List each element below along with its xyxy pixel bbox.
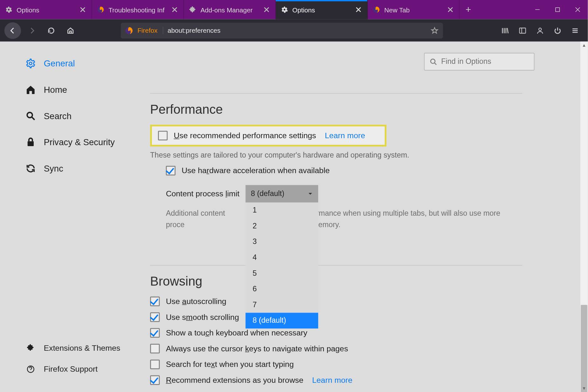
scroll-down-arrow[interactable]: ▼ [580,384,588,392]
sidebar-item-search[interactable]: Search [25,103,150,129]
bookmark-star-icon[interactable] [431,26,439,34]
puzzle-icon [189,6,196,13]
scroll-up-arrow[interactable]: ▲ [580,42,588,49]
svg-rect-2 [556,8,559,11]
scrollbar-thumb[interactable] [581,305,587,392]
main-panel: Find in Options Performance UUse recomme… [150,42,588,392]
browsing-section: Browsing Use autoscrollingUse autoscroll… [150,274,522,385]
home-button[interactable] [62,22,79,39]
dropdown-option[interactable]: 1 [246,203,318,219]
titlebar: Options Troubleshooting Inf Add-ons Mana… [0,0,588,19]
tab-options-1[interactable]: Options [0,0,92,19]
recommended-settings-label: UUse recommended performance settingsse … [174,131,316,140]
menu-button[interactable] [567,22,583,39]
sidebar-label: Search [44,111,72,121]
sidebar-button[interactable] [514,22,531,39]
dropdown-option[interactable]: 7 [246,297,318,313]
learn-more-link[interactable]: Learn more [312,375,352,385]
preferences-page: General Home Search Privacy & Security S… [0,42,588,392]
dropdown-option[interactable]: 5 [246,266,318,281]
sidebar-label: Privacy & Security [44,137,115,147]
plus-icon: + [466,4,471,15]
library-button[interactable] [497,22,513,39]
close-icon[interactable] [263,6,270,13]
section-heading: Performance [150,102,522,117]
section-heading: Browsing [150,274,522,288]
sidebar-label: Home [44,84,67,95]
help-icon [25,364,36,375]
dropdown-option[interactable]: 3 [246,234,318,250]
gear-icon [5,6,12,13]
account-button[interactable] [532,22,548,39]
tab-label: Options [17,6,75,13]
learn-more-link[interactable]: Learn more [325,131,365,140]
search-text-checkbox[interactable] [150,360,160,369]
home-icon [25,84,36,95]
autoscroll-checkbox[interactable] [150,297,160,306]
close-icon[interactable] [79,6,86,13]
tab-options-active[interactable]: Options [276,0,368,19]
dropdown-option[interactable]: 2 [246,218,318,234]
forward-button[interactable] [24,22,40,39]
dropdown-option[interactable]: 6 [246,281,318,297]
puzzle-icon [25,343,36,354]
tab-newtab[interactable]: New Tab [368,0,460,19]
smooth-scroll-checkbox[interactable] [150,312,160,322]
reload-button[interactable] [43,22,59,39]
performance-section: Performance UUse recommended performance… [150,102,522,230]
search-icon [25,111,36,121]
minimize-button[interactable] [527,0,547,19]
recommended-settings-highlight: UUse recommended performance settingsse … [150,125,386,146]
tab-addons[interactable]: Add-ons Manager [184,0,276,19]
dropdown-option-selected[interactable]: 8 (default) [246,313,318,329]
close-window-button[interactable] [568,0,588,19]
smooth-scroll-label: Use smooth scrolling [166,313,239,322]
scrollbar-track[interactable] [580,49,588,384]
sidebar-item-home[interactable]: Home [25,77,150,103]
svg-rect-4 [519,28,525,33]
url-brand: Firefox [137,27,163,34]
url-text: about:preferences [168,27,426,34]
recommended-settings-checkbox[interactable] [158,131,168,140]
sync-icon [25,163,36,174]
svg-point-7 [27,112,32,118]
nav-toolbar: Firefox about:preferences [0,19,588,42]
new-tab-button[interactable]: + [460,0,477,19]
tab-troubleshooting[interactable]: Troubleshooting Inf [92,0,184,19]
vertical-scrollbar[interactable]: ▲ ▼ [580,42,588,392]
window-controls [527,0,588,19]
back-button[interactable] [4,22,21,39]
process-limit-note: Additional content proceormance when usi… [166,208,516,230]
tab-label: Troubleshooting Inf [108,6,167,13]
tab-label: Options [292,6,351,13]
maximize-button[interactable] [548,0,568,19]
dropdown-option[interactable]: 4 [246,250,318,266]
search-text-label: Search for text when you start typing [166,360,294,369]
svg-point-5 [539,28,541,30]
url-bar[interactable]: Firefox about:preferences [121,23,443,38]
sidebar-item-sync[interactable]: Sync [25,155,150,182]
svg-point-10 [431,59,435,64]
firefox-icon [97,6,104,13]
hw-accel-checkbox[interactable] [166,166,175,175]
lock-icon [25,137,36,147]
svg-rect-8 [28,141,34,146]
sidebar-item-privacy[interactable]: Privacy & Security [25,129,150,155]
sidebar-extensions-themes[interactable]: Extensions & Themes [25,338,150,359]
hw-accel-label: Use hardware acceleration when available [181,166,330,175]
close-icon[interactable] [171,6,178,13]
sidebar-firefox-support[interactable]: Firefox Support [25,359,150,380]
touch-keyboard-checkbox[interactable] [150,328,160,338]
search-placeholder: Find in Options [441,57,491,66]
process-limit-select[interactable]: 8 (default) 1 2 3 4 5 6 7 8 (default) [246,185,318,202]
recommend-ext-checkbox[interactable] [150,375,160,385]
close-icon[interactable] [355,6,362,13]
sidebar-label: General [44,58,75,69]
sidebar-item-general[interactable]: General [25,50,150,77]
power-icon[interactable] [549,22,566,39]
close-icon[interactable] [447,6,454,13]
cursor-keys-checkbox[interactable] [150,344,160,353]
touch-keyboard-label: Show a touch keyboard when necessary [166,328,307,337]
select-value: 8 (default) [251,189,284,198]
find-in-options-input[interactable]: Find in Options [424,53,534,71]
